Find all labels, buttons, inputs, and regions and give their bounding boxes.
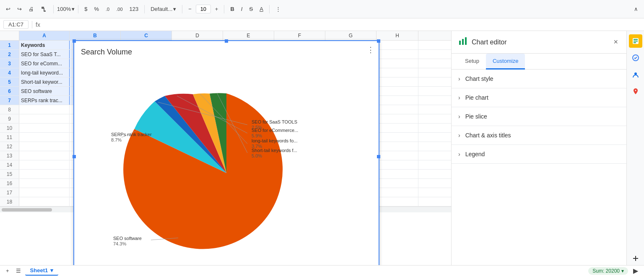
chart-menu-button[interactable]: ⋮ xyxy=(367,45,374,54)
underline-button[interactable]: A xyxy=(257,4,266,14)
section-pie-chart: › Pie chart xyxy=(452,88,626,107)
cell-h4[interactable] xyxy=(377,68,418,77)
label-text-serps-pct: 8.7% xyxy=(111,137,122,142)
cell-h2[interactable] xyxy=(377,50,418,59)
zoom-control: 100% ▾ xyxy=(57,6,75,12)
more-formats-button[interactable]: ⋮ xyxy=(273,4,283,14)
divider-2 xyxy=(78,5,78,13)
label-text-ecomm-name: SEO for eCommerce... xyxy=(252,128,298,133)
font-size-input[interactable]: 10 xyxy=(196,5,211,13)
section-label-pie-slice: Pie slice xyxy=(465,113,487,120)
label-text-saas-name: SEO for SaaS TOOLS xyxy=(252,119,297,124)
col-header-b[interactable]: B xyxy=(70,31,121,40)
italic-button[interactable]: I xyxy=(239,4,245,14)
collapse-toolbar-button[interactable]: ∧ xyxy=(631,4,641,14)
col-header-c[interactable]: C xyxy=(121,31,172,40)
section-chart-style-header[interactable]: › Chart style xyxy=(452,70,626,88)
svg-rect-3 xyxy=(459,41,461,45)
print-button[interactable]: 🖨 xyxy=(26,4,36,14)
font-size-increase[interactable]: + xyxy=(213,4,221,14)
sum-badge[interactable]: Sum: 20200 ▾ xyxy=(588,267,628,275)
explore-button[interactable]: ▶ xyxy=(631,265,641,276)
cell-a7[interactable]: SERPs rank trac... xyxy=(19,96,70,105)
zoom-value: 100% xyxy=(57,6,71,12)
col-header-a[interactable]: A xyxy=(19,31,70,40)
fx-icon: fx xyxy=(36,21,40,28)
cell-h5[interactable] xyxy=(377,77,418,86)
chart-title: Search Volume xyxy=(81,48,372,57)
chart-editor-panel: Chart editor × Setup Customize › Chart s… xyxy=(452,31,626,265)
section-legend-header[interactable]: › Legend xyxy=(452,145,626,163)
strikethrough-button[interactable]: S xyxy=(247,4,255,14)
row-num-header xyxy=(0,31,19,40)
divider-1 xyxy=(53,5,54,13)
formula-input[interactable] xyxy=(43,21,641,28)
zoom-dropdown-icon: ▾ xyxy=(72,6,75,12)
toolbar: ↩ ↪ 🖨 100% ▾ $ % .0 .00 123 Default... ▾… xyxy=(0,0,644,18)
sum-dropdown-icon: ▾ xyxy=(621,268,624,274)
section-label-pie-chart: Pie chart xyxy=(465,94,488,101)
undo-button[interactable]: ↩ xyxy=(3,4,13,14)
cell-a6[interactable]: SEO software xyxy=(19,87,70,95)
section-chart-axis-titles: › Chart & axis titles xyxy=(452,126,626,145)
cell-h3[interactable] xyxy=(377,59,418,68)
pie-area: SERPs rank tracker 8.7% SEO for SaaS TOO… xyxy=(81,60,372,261)
right-sidebar: Chart editor × Setup Customize › Chart s… xyxy=(451,31,644,265)
cell-a5[interactable]: Short-tail keywor... xyxy=(19,77,70,86)
section-label-chart-style: Chart style xyxy=(465,75,493,82)
chevron-icon-pie-chart: › xyxy=(458,94,460,101)
currency-button[interactable]: $ xyxy=(82,4,90,14)
label-text-shorttail-pct: 5.0% xyxy=(252,153,262,158)
sheet-tab-sheet1[interactable]: Sheet1 ▾ xyxy=(25,266,59,276)
cell-a2[interactable]: SEO for SaaS T... xyxy=(19,50,70,59)
section-chart-axis-titles-header[interactable]: › Chart & axis titles xyxy=(452,126,626,144)
tab-customize[interactable]: Customize xyxy=(486,54,525,70)
cell-h6[interactable] xyxy=(377,87,418,95)
svg-rect-5 xyxy=(465,37,467,45)
col-header-e[interactable]: E xyxy=(223,31,274,40)
decimal-less-button[interactable]: .0 xyxy=(103,5,112,13)
cell-h7[interactable] xyxy=(377,96,418,105)
cell-h1[interactable] xyxy=(377,41,418,49)
editor-header: Chart editor × xyxy=(452,31,626,54)
section-pie-slice-header[interactable]: › Pie slice xyxy=(452,107,626,126)
add-sheet-button[interactable]: + xyxy=(3,266,12,276)
tab-setup[interactable]: Setup xyxy=(458,54,486,70)
label-text-shorttail-name: Short-tail keywords f... xyxy=(252,148,297,153)
close-editor-button[interactable]: × xyxy=(612,36,620,48)
col-header-h[interactable]: H xyxy=(377,31,418,40)
maps-icon[interactable] xyxy=(629,85,642,98)
col-header-g[interactable]: G xyxy=(325,31,377,40)
add-more-icon[interactable] xyxy=(629,252,642,265)
cell-a1[interactable]: Keywords xyxy=(19,41,70,49)
section-label-chart-axis: Chart & axis titles xyxy=(465,132,511,139)
section-pie-chart-header[interactable]: › Pie chart xyxy=(452,88,626,107)
decimal-more-button[interactable]: .00 xyxy=(114,5,125,13)
svg-rect-8 xyxy=(634,41,638,41)
bold-button[interactable]: B xyxy=(228,4,236,14)
scroll-thumb-h[interactable] xyxy=(2,208,52,212)
chevron-icon-chart-style: › xyxy=(458,75,460,82)
editor-title: Chart editor xyxy=(472,39,507,46)
cell-a4[interactable]: long-tail keyword... xyxy=(19,68,70,77)
number-format-button[interactable]: 123 xyxy=(127,4,141,14)
percent-button[interactable]: % xyxy=(91,4,101,14)
section-legend: › Legend xyxy=(452,145,626,164)
tasks-icon[interactable] xyxy=(629,51,642,64)
chart-overlay[interactable]: Search Volume ⋮ xyxy=(73,40,379,265)
sheet-dropdown-icon: ▾ xyxy=(50,267,53,273)
formula-bar: A1:C7 fx xyxy=(0,18,644,31)
format-paint-button[interactable] xyxy=(38,4,50,14)
divider-3 xyxy=(144,5,145,13)
cell-reference[interactable]: A1:C7 xyxy=(3,20,29,29)
cell-a3[interactable]: SEO for eComm... xyxy=(19,59,70,68)
col-header-f[interactable]: F xyxy=(274,31,325,40)
font-size-decrease[interactable]: − xyxy=(186,4,194,14)
redo-button[interactable]: ↪ xyxy=(15,4,24,14)
font-family-dropdown[interactable]: Default... ▾ xyxy=(148,4,179,14)
svg-rect-9 xyxy=(634,42,636,43)
sheets-app-icon[interactable] xyxy=(629,34,642,48)
sheets-list-button[interactable]: ☰ xyxy=(13,266,23,276)
col-header-d[interactable]: D xyxy=(172,31,223,40)
contacts-icon[interactable] xyxy=(629,68,642,81)
